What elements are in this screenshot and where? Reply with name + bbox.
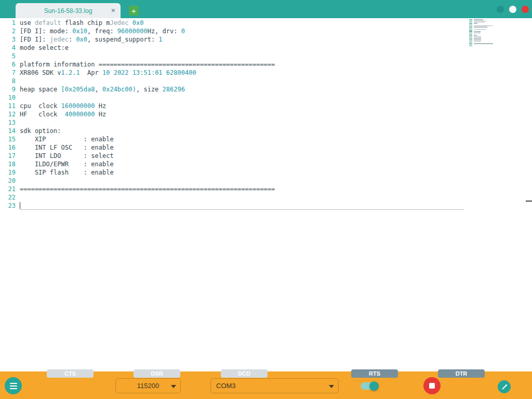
- new-tab-button[interactable]: +: [129, 6, 139, 16]
- line-number: 7: [2, 69, 16, 77]
- log-line[interactable]: 19 SIP flash : enable: [2, 168, 464, 177]
- log-line[interactable]: 5: [2, 52, 464, 60]
- close-window-button[interactable]: [522, 6, 529, 13]
- hamburger-icon: [10, 383, 17, 389]
- tab-bar: Sun-16-58-33.log × +: [0, 0, 532, 18]
- line-number: 16: [2, 143, 16, 152]
- line-text: XIP : enable: [20, 135, 464, 143]
- line-number: 23: [2, 202, 16, 210]
- line-number: 15: [2, 135, 16, 143]
- tab-close-icon[interactable]: ×: [111, 6, 115, 15]
- log-line[interactable]: 4mode select:e: [2, 44, 464, 52]
- signal-cts[interactable]: CTS: [47, 369, 94, 378]
- line-number: 18: [2, 160, 16, 168]
- line-text: [20, 177, 464, 185]
- line-number: 9: [2, 85, 16, 94]
- menu-button[interactable]: [5, 377, 22, 394]
- log-line[interactable]: 18 ILDO/EPWR : enable: [2, 160, 464, 168]
- log-line[interactable]: 6platform information ==================…: [2, 60, 464, 69]
- stop-button[interactable]: [423, 377, 441, 394]
- log-line[interactable]: 7XR806 SDK v1.2.1 Apr 10 2022 13:51:01 6…: [2, 69, 464, 77]
- line-text: [20, 202, 464, 210]
- line-text: INT LDO : select: [20, 152, 464, 160]
- log-lines: 1use default flash chip mJedec 0x02[FD I…: [2, 19, 464, 210]
- line-text: ILDO/EPWR : enable: [20, 160, 464, 168]
- line-text: [20, 118, 464, 127]
- line-number: 14: [2, 127, 16, 135]
- log-line[interactable]: 21======================================…: [2, 185, 464, 193]
- log-line[interactable]: 13: [2, 118, 464, 127]
- line-text: [20, 52, 464, 60]
- log-line[interactable]: 1use default flash chip mJedec 0x0: [2, 19, 464, 27]
- log-line[interactable]: 3[FD I]: jedec: 0x0, suspend_support: 1: [2, 35, 464, 44]
- line-text: mode select:e: [20, 44, 464, 52]
- log-line[interactable]: 23: [2, 202, 464, 210]
- line-number: 10: [2, 94, 16, 102]
- text-caret: [20, 202, 20, 209]
- com-port-value: COM3: [216, 382, 236, 390]
- chevron-down-icon: [329, 385, 334, 388]
- stop-icon: [429, 383, 435, 389]
- log-tab[interactable]: Sun-16-58-33.log ×: [16, 3, 121, 18]
- line-text: platform information ===================…: [20, 60, 464, 69]
- line-text: INT LF OSC : enable: [20, 143, 464, 152]
- minimap[interactable]: [469, 19, 507, 48]
- com-port-select[interactable]: COM3: [210, 378, 339, 393]
- baud-rate-select[interactable]: 115200: [115, 378, 181, 393]
- line-text: [20, 193, 464, 202]
- log-line[interactable]: 12HF clock 40000000 Hz: [2, 110, 464, 118]
- toggle-knob: [369, 381, 379, 391]
- line-text: [20, 77, 464, 85]
- signal-dcd[interactable]: DCD: [221, 369, 268, 378]
- line-text: HF clock 40000000 Hz: [20, 110, 464, 118]
- pencil-icon: [501, 384, 508, 390]
- log-line[interactable]: 17 INT LDO : select: [2, 152, 464, 160]
- line-text: ========================================…: [20, 185, 464, 193]
- line-text: use default flash chip mJedec 0x0: [20, 19, 464, 27]
- status-bar: CTSDSRDCDRTSDTR 115200 COM3: [0, 371, 532, 399]
- minimize-button[interactable]: [497, 6, 504, 13]
- log-line[interactable]: 20: [2, 177, 464, 185]
- log-line[interactable]: 14sdk option:: [2, 127, 464, 135]
- line-number: 1: [2, 19, 16, 27]
- line-number: 22: [2, 193, 16, 202]
- line-number: 17: [2, 152, 16, 160]
- log-line[interactable]: 15 XIP : enable: [2, 135, 464, 143]
- log-line[interactable]: 16 INT LF OSC : enable: [2, 143, 464, 152]
- line-text: [FD I]: jedec: 0x0, suspend_support: 1: [20, 35, 464, 44]
- log-line[interactable]: 9heap space [0x205da8, 0x24bc00), size 2…: [2, 85, 464, 94]
- scrollbar-cursor-marker[interactable]: [526, 201, 532, 202]
- line-number: 8: [2, 77, 16, 85]
- tab-title: Sun-16-58-33.log: [44, 7, 92, 15]
- line-number: 13: [2, 118, 16, 127]
- line-number: 21: [2, 185, 16, 193]
- line-number: 4: [2, 44, 16, 52]
- line-text: [20, 94, 464, 102]
- send-edit-button[interactable]: [498, 380, 511, 393]
- line-text: cpu clock 160000000 Hz: [20, 102, 464, 110]
- line-number: 19: [2, 168, 16, 177]
- log-line[interactable]: 22: [2, 193, 464, 202]
- signal-rts[interactable]: RTS: [351, 369, 398, 378]
- line-text: SIP flash : enable: [20, 168, 464, 177]
- log-line[interactable]: 11cpu clock 160000000 Hz: [2, 102, 464, 110]
- line-text: [FD I]: mode: 0x10, freq: 96000000Hz, dr…: [20, 27, 464, 35]
- log-line[interactable]: 8: [2, 77, 464, 85]
- maximize-button[interactable]: [509, 6, 516, 13]
- line-number: 3: [2, 35, 16, 44]
- line-number: 2: [2, 27, 16, 35]
- rts-toggle[interactable]: [361, 382, 378, 390]
- chevron-down-icon: [171, 385, 176, 388]
- log-editor[interactable]: 1use default flash chip mJedec 0x02[FD I…: [0, 18, 532, 371]
- line-number: 20: [2, 177, 16, 185]
- line-number: 12: [2, 110, 16, 118]
- line-number: 6: [2, 60, 16, 69]
- line-number: 5: [2, 52, 16, 60]
- line-number: 11: [2, 102, 16, 110]
- log-line[interactable]: 2[FD I]: mode: 0x10, freq: 96000000Hz, d…: [2, 27, 464, 35]
- log-line[interactable]: 10: [2, 94, 464, 102]
- signal-dsr[interactable]: DSR: [134, 369, 180, 378]
- signal-dtr[interactable]: DTR: [438, 369, 485, 378]
- line-text: heap space [0x205da8, 0x24bc00), size 28…: [20, 85, 464, 94]
- line-text: sdk option:: [20, 127, 464, 135]
